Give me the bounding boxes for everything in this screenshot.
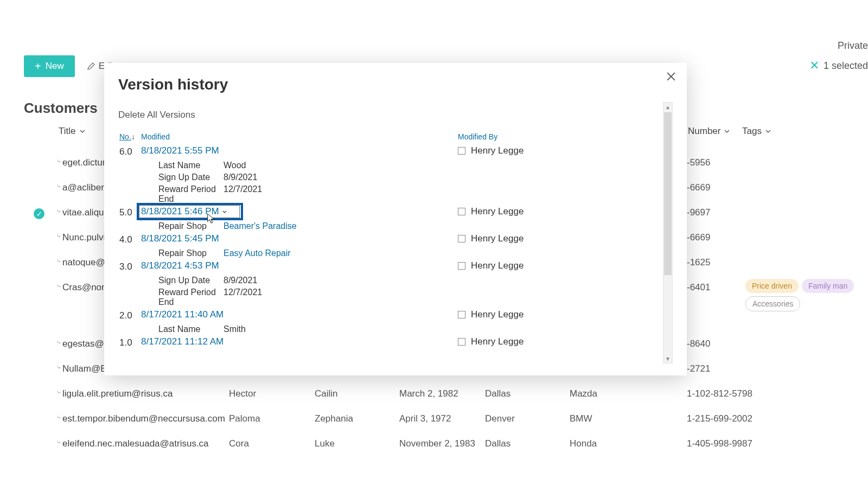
scroll-down-icon[interactable]: ▼ (663, 354, 672, 363)
version-date-link[interactable]: 8/17/2021 11:12 AM (141, 335, 224, 347)
version-details: Repair ShopBeamer's Paradise (158, 219, 663, 232)
detail-key: Reward Period End (158, 288, 224, 307)
version-modified-by: Henry Legge (458, 260, 663, 271)
modal-backdrop: Version history Delete All Versions No. … (0, 0, 868, 485)
user-icon (458, 208, 465, 215)
version-details: Repair ShopEasy Auto Repair (158, 246, 663, 259)
version-history-dialog: Version history Delete All Versions No. … (104, 63, 687, 375)
user-icon (458, 235, 465, 242)
detail-key: Sign Up Date (158, 173, 224, 182)
version-modified-by: Henry Legge (458, 336, 663, 347)
detail-value[interactable]: Easy Auto Repair (224, 248, 663, 258)
dropdown-caret-icon[interactable] (222, 206, 227, 210)
header-modified-by[interactable]: Modified By (458, 132, 497, 141)
close-button[interactable] (665, 71, 677, 82)
version-date-link[interactable]: 8/18/2021 5:45 PM (141, 232, 219, 244)
detail-value: Wood (224, 161, 663, 170)
detail-value: Smith (224, 324, 663, 334)
version-date-cell: 8/18/2021 5:46 PM (141, 206, 458, 217)
delete-all-versions-link[interactable]: Delete All Versions (118, 110, 195, 120)
version-date-cell: 8/17/2021 11:40 AM (141, 309, 458, 320)
detail-key: Last Name (158, 324, 224, 334)
version-row: 3.08/18/2021 4:53 PMHenry Legge (119, 259, 663, 273)
version-number: 4.0 (119, 233, 141, 245)
version-row: 5.08/18/2021 5:46 PMHenry Legge (119, 205, 663, 219)
version-date-link[interactable]: 8/18/2021 5:46 PM (141, 205, 219, 216)
version-list: 6.08/18/2021 5:55 PMHenry LeggeLast Name… (119, 144, 663, 363)
version-date-cell: 8/18/2021 4:53 PM (141, 260, 458, 271)
version-number: 1.0 (119, 336, 141, 348)
version-details: Sign Up Date8/9/2021Reward Period End12/… (158, 273, 663, 308)
close-icon (665, 71, 677, 82)
detail-key: Repair Shop (158, 221, 224, 231)
user-name: Henry Legge (471, 206, 524, 217)
version-number: 3.0 (119, 260, 141, 272)
version-date-link[interactable]: 8/18/2021 5:55 PM (141, 144, 219, 156)
version-number: 2.0 (119, 309, 141, 321)
version-modified-by: Henry Legge (458, 145, 663, 156)
detail-value: 12/7/2021 (224, 288, 663, 307)
version-row: 6.08/18/2021 5:55 PMHenry Legge (119, 144, 663, 158)
version-details: Last NameSmith (158, 322, 663, 335)
detail-value: 12/7/2021 (224, 184, 663, 204)
scroll-up-icon[interactable]: ▲ (663, 103, 672, 111)
user-name: Henry Legge (471, 145, 524, 156)
detail-key: Sign Up Date (158, 276, 224, 285)
user-name: Henry Legge (471, 260, 524, 271)
user-name: Henry Legge (471, 336, 524, 347)
version-date-cell: 8/18/2021 5:45 PM (141, 233, 458, 244)
scroll-thumb[interactable] (664, 112, 672, 275)
version-row: 1.08/17/2021 11:12 AMHenry Legge (119, 335, 663, 349)
version-modified-by: Henry Legge (458, 309, 663, 320)
user-name: Henry Legge (471, 309, 524, 320)
user-icon (458, 311, 465, 318)
version-date-cell: 8/18/2021 5:55 PM (141, 145, 458, 156)
sort-arrow-icon: ↓ (131, 132, 135, 141)
scrollbar[interactable]: ▲ ▼ (663, 102, 673, 363)
version-date-cell: 8/17/2021 11:12 AM (141, 336, 458, 347)
header-modified[interactable]: Modified (141, 132, 170, 141)
version-row: 2.08/17/2021 11:40 AMHenry Legge (119, 308, 663, 322)
version-number: 5.0 (119, 206, 141, 218)
header-no[interactable]: No. (119, 132, 131, 141)
version-number: 6.0 (119, 145, 141, 157)
detail-key: Last Name (158, 161, 224, 170)
version-modified-by: Henry Legge (458, 233, 663, 244)
dialog-title: Version history (118, 76, 228, 93)
user-icon (458, 147, 465, 155)
version-row: 4.08/18/2021 5:45 PMHenry Legge (119, 232, 663, 246)
user-icon (458, 262, 465, 270)
version-details: Last NameWoodSign Up Date8/9/2021Reward … (158, 158, 663, 205)
detail-value[interactable]: Beamer's Paradise (224, 221, 663, 231)
detail-value: 8/9/2021 (224, 173, 663, 182)
detail-key: Reward Period End (158, 184, 224, 204)
version-modified-by: Henry Legge (458, 206, 663, 217)
user-icon (458, 338, 465, 346)
detail-key: Repair Shop (158, 248, 224, 258)
version-date-link[interactable]: 8/17/2021 11:40 AM (141, 308, 224, 320)
detail-value: 8/9/2021 (224, 276, 663, 285)
version-date-link[interactable]: 8/18/2021 4:53 PM (141, 259, 219, 271)
user-name: Henry Legge (471, 233, 524, 244)
